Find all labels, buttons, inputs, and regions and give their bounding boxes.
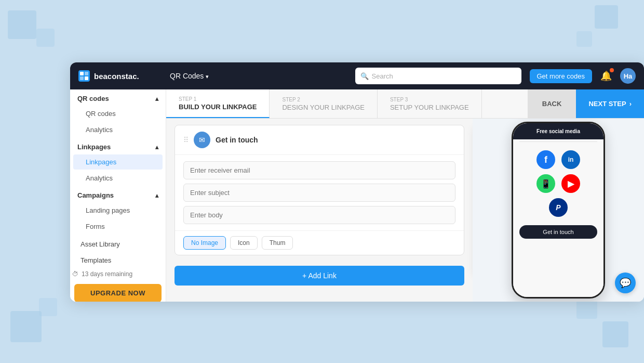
linkedin-icon: in xyxy=(561,150,580,169)
phone-screen: Free social media f in 📱 ▶ xyxy=(513,123,603,297)
link-email-icon: ✉ xyxy=(194,132,210,148)
step-actions: BACK NEXT STEP › xyxy=(528,89,644,118)
sidebar-item-landing-pages[interactable]: Landing pages xyxy=(73,203,163,218)
chevron-up-icon: ▴ xyxy=(155,95,158,102)
search-bar[interactable]: 🔍 Search xyxy=(355,68,521,84)
add-link-area: + Add Link xyxy=(166,262,473,294)
form-fields xyxy=(175,155,464,230)
notification-badge xyxy=(610,68,614,72)
step-3[interactable]: Step 3 SETUP YOUR LINKPAGE xyxy=(378,89,482,118)
link-title: Get in touch xyxy=(216,136,455,144)
sidebar-section-campaigns[interactable]: Campaigns ▴ xyxy=(70,186,166,202)
sidebar-section-qr-codes[interactable]: QR codes ▴ xyxy=(70,89,166,106)
img-tab-icon[interactable]: Icon xyxy=(230,236,258,250)
phone-frame: Free social media f in 📱 ▶ xyxy=(512,122,605,299)
logo-text: beaconstac. xyxy=(94,72,139,81)
step-3-num: Step 3 xyxy=(390,97,469,102)
svg-rect-1 xyxy=(80,72,84,75)
step-1-label: BUILD YOUR LINKPAGE xyxy=(179,103,257,111)
sidebar-item-templates[interactable]: Templates xyxy=(73,253,163,268)
logo: beaconstac. xyxy=(78,70,162,82)
img-tab-no-image[interactable]: No Image xyxy=(183,236,226,250)
img-tab-thumbnail[interactable]: Thum xyxy=(262,236,293,250)
main-window: beaconstac. QR Codes 🔍 Search Get more c… xyxy=(70,62,644,302)
phone-social-row-3: P xyxy=(549,198,568,217)
sidebar-section-linkpages[interactable]: Linkpages ▴ xyxy=(70,138,166,154)
step-3-label: SETUP YOUR LINKPAGE xyxy=(390,103,469,111)
next-step-button[interactable]: NEXT STEP › xyxy=(576,89,644,118)
phone-divider-1 xyxy=(519,141,597,142)
phone-social-row-2: 📱 ▶ xyxy=(536,174,580,193)
link-item: ⠿ ✉ Get in touch Separator Linkpage Land… xyxy=(175,125,464,255)
nav-title[interactable]: QR Codes xyxy=(170,72,209,80)
arrow-right-icon: › xyxy=(629,100,632,108)
drag-handle-icon[interactable]: ⠿ xyxy=(183,136,189,144)
step-2[interactable]: Step 2 DESIGN YOUR LINKPAGE xyxy=(270,89,377,118)
sidebar-item-forms[interactable]: Forms xyxy=(73,219,163,234)
youtube-icon: ▶ xyxy=(561,174,580,193)
sidebar-item-qr-codes[interactable]: QR codes xyxy=(73,106,163,121)
add-link-button[interactable]: + Add Link xyxy=(175,266,464,286)
receiver-email-input[interactable] xyxy=(183,161,455,179)
svg-rect-4 xyxy=(85,76,88,80)
chat-bubble-button[interactable]: 💬 xyxy=(615,273,636,293)
phone-social-row-1: f in xyxy=(536,150,580,169)
step-1-num: Step 1 xyxy=(179,96,257,102)
link-item-header: ⠿ ✉ Get in touch Separator Linkpage Land… xyxy=(175,125,464,155)
step-2-num: Step 2 xyxy=(282,97,364,102)
step-1[interactable]: Step 1 BUILD YOUR LINKPAGE xyxy=(166,89,270,118)
content-area: ⠿ ✉ Get in touch Separator Linkpage Land… xyxy=(166,119,644,302)
image-type-tabs: No Image Icon Thum xyxy=(175,230,464,255)
get-more-codes-button[interactable]: Get more codes xyxy=(530,69,593,83)
preview-panel: Free social media f in 📱 ▶ xyxy=(473,119,644,302)
search-placeholder: Search xyxy=(372,72,393,80)
step-header: Step 1 BUILD YOUR LINKPAGE Step 2 DESIGN… xyxy=(166,89,644,119)
chat-icon: 💬 xyxy=(620,277,631,289)
chevron-up-icon-2: ▴ xyxy=(155,144,158,151)
nav-chevron-icon xyxy=(206,72,209,80)
back-button[interactable]: BACK xyxy=(528,89,576,118)
sidebar-item-asset-library[interactable]: Asset Library xyxy=(73,237,163,252)
days-remaining: ⏱ 13 days remaining xyxy=(70,268,166,280)
svg-rect-2 xyxy=(85,72,88,75)
builder-panel: ⠿ ✉ Get in touch Separator Linkpage Land… xyxy=(166,119,473,302)
body-input[interactable] xyxy=(183,206,455,224)
upgrade-button[interactable]: UPGRADE NOW xyxy=(74,284,162,302)
avatar[interactable]: Ha xyxy=(620,68,636,84)
search-icon: 🔍 xyxy=(360,72,369,80)
phone-social-section: f in 📱 ▶ P xyxy=(513,144,603,221)
paypal-icon: P xyxy=(549,198,568,217)
phone-contact-button[interactable]: Get in touch xyxy=(519,225,597,239)
sidebar-item-analytics-qr[interactable]: Analytics xyxy=(73,122,163,137)
step-2-label: DESIGN YOUR LINKPAGE xyxy=(282,103,364,111)
facebook-icon: f xyxy=(536,150,555,169)
whatsapp-icon: 📱 xyxy=(536,174,555,193)
sidebar: QR codes ▴ QR codes Analytics Linkpages … xyxy=(70,89,166,302)
clock-icon: ⏱ xyxy=(72,270,78,278)
sidebar-item-linkpages[interactable]: Linkpages xyxy=(73,154,163,170)
svg-rect-3 xyxy=(80,76,84,80)
notification-bell-icon[interactable]: 🔔 xyxy=(600,70,612,82)
subject-input[interactable] xyxy=(183,184,455,202)
chevron-up-icon-3: ▴ xyxy=(155,192,158,199)
phone-header-bar: Free social media xyxy=(513,123,603,139)
navbar: beaconstac. QR Codes 🔍 Search Get more c… xyxy=(70,62,644,89)
sidebar-item-analytics-linkpages[interactable]: Analytics xyxy=(73,171,163,186)
body-area: QR codes ▴ QR codes Analytics Linkpages … xyxy=(70,89,644,302)
